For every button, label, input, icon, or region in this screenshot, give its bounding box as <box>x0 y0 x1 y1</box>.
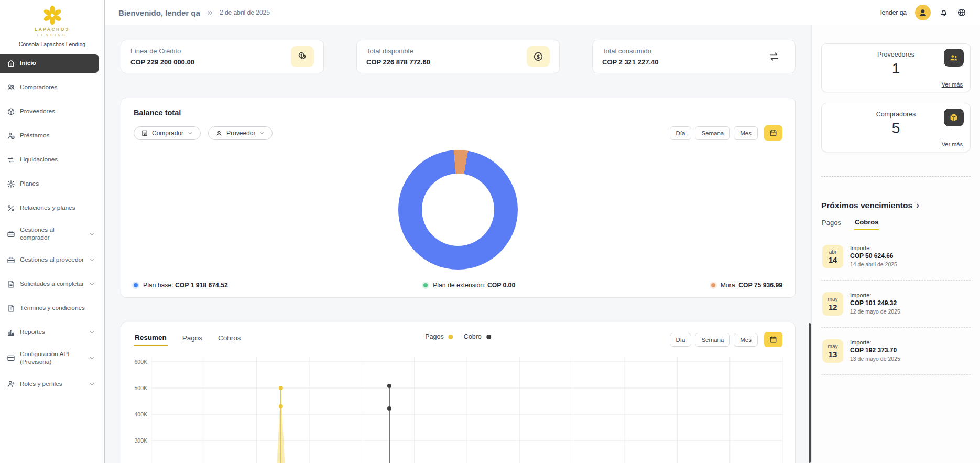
chevron-down-icon <box>259 130 265 136</box>
tab-pagos[interactable]: Pagos <box>181 333 203 346</box>
summary-line-chart: 600K500K400K300K200K100K <box>134 356 787 463</box>
period-semana-button[interactable]: Semana <box>695 333 730 347</box>
sidebar-item-label: Inicio <box>20 59 36 67</box>
right-panel: Proveedores1Ver másCompradores5Ver más P… <box>811 25 980 463</box>
main-area: Línea de CréditoCOP 229 200 000.00Total … <box>105 25 811 463</box>
gear-icon <box>7 180 15 188</box>
period-dia-button[interactable]: Día <box>670 126 692 140</box>
calendar-button[interactable] <box>764 125 782 141</box>
sidebar-item-gestiones-al-comprador[interactable]: Gestiones al comprador <box>0 223 99 245</box>
sidebar-item-terminos-y-condiciones[interactable]: Términos y condiciones <box>0 299 99 318</box>
sidebar-item-proveedores[interactable]: Proveedores <box>0 102 99 121</box>
legend-value: COP 1 918 674.52 <box>175 282 228 289</box>
sidebar-item-label: Proveedores <box>20 107 55 115</box>
importe-label: Importe: <box>850 245 897 251</box>
chevron-down-icon <box>89 329 95 336</box>
sidebar-item-inicio[interactable]: Inicio <box>0 54 99 73</box>
vencimientos-title: Próximos vencimientos <box>821 201 912 210</box>
period-mes-button[interactable]: Mes <box>734 126 758 140</box>
welcome-text: Bienvenido, lender qa <box>118 8 200 17</box>
avatar[interactable] <box>915 5 931 20</box>
vencimientos-list: abr14Importe:COP 50 624.6614 de abril de… <box>821 233 971 375</box>
stat-value: COP 226 878 772.60 <box>366 58 430 66</box>
sidebar-item-solicitudes-a-completar[interactable]: Solicitudes a completar <box>0 275 99 294</box>
sidebar-item-planes[interactable]: Planes <box>0 175 99 193</box>
coins-icon <box>291 46 314 67</box>
legend-value: COP 75 936.99 <box>738 282 782 289</box>
filter-comprador[interactable]: Comprador <box>134 126 201 140</box>
chevron-right-icon[interactable]: › <box>916 200 919 211</box>
sidebar-item-prestamos[interactable]: Préstamos <box>0 126 99 145</box>
vencimientos-tab-pagos[interactable]: Pagos <box>821 218 842 230</box>
transfer-icon <box>763 46 786 67</box>
panel-card-count: 5 <box>829 120 963 137</box>
sidebar-item-reportes[interactable]: Reportes <box>0 323 99 342</box>
sidebar-item-label: Liquidaciones <box>20 156 58 164</box>
series-label: Pagos <box>425 333 443 340</box>
scrollbar-thumb[interactable] <box>809 323 811 463</box>
panel-card-proveedores: Proveedores1Ver más <box>821 43 971 92</box>
sidebar-item-relaciones-y-planes[interactable]: Relaciones y planes <box>0 199 99 218</box>
stat-card-linea-de-credito: Línea de CréditoCOP 229 200 000.00 <box>121 40 324 73</box>
stat-value: COP 2 321 227.40 <box>602 58 658 66</box>
ver-mas-link[interactable]: Ver más <box>942 141 963 147</box>
bell-icon[interactable] <box>939 8 949 17</box>
chevron-down-icon <box>89 381 95 387</box>
sidebar-item-compradores[interactable]: Compradores <box>0 78 99 97</box>
period-semana-button[interactable]: Semana <box>695 126 730 140</box>
sidebar-item-label: Configuración API (Provisoria) <box>20 350 84 367</box>
stats-row: Línea de CréditoCOP 229 200 000.00Total … <box>121 40 796 73</box>
ver-mas-link[interactable]: Ver más <box>942 81 963 88</box>
vencimiento-item[interactable]: may12Importe:COP 101 249.3212 de mayo de… <box>821 281 971 328</box>
sidebar-item-liquidaciones[interactable]: Liquidaciones <box>0 150 99 169</box>
sidebar-item-label: Roles y perfiles <box>20 380 62 388</box>
balance-period-group: DíaSemanaMes <box>670 125 782 141</box>
badge-day: 13 <box>829 350 837 359</box>
badge-month: abr <box>829 249 836 255</box>
box-icon <box>7 107 15 116</box>
briefcase-icon <box>7 256 15 264</box>
legend-dot <box>711 283 715 287</box>
importe-label: Importe: <box>850 339 900 346</box>
stat-text: Línea de CréditoCOP 229 200 000.00 <box>130 47 194 66</box>
vencimiento-item[interactable]: may13Importe:COP 192 373.7013 de mayo de… <box>821 328 971 375</box>
vencimiento-item[interactable]: abr14Importe:COP 50 624.6614 de abril de… <box>821 233 971 281</box>
series-legend-pagos: Pagos <box>425 333 453 340</box>
period-dia-button[interactable]: Día <box>670 333 692 347</box>
venc-info: Importe:COP 101 249.3212 de mayo de 2025 <box>850 292 900 315</box>
chevron-down-icon <box>89 354 95 361</box>
balance-donut-chart <box>398 150 518 270</box>
sidebar-item-roles-y-perfiles[interactable]: Roles y perfiles <box>0 374 99 393</box>
calendar-button[interactable] <box>764 332 782 347</box>
legend-label: Mora: <box>721 282 737 289</box>
importe-amount: COP 192 373.70 <box>850 347 900 354</box>
summary-head: ResumenPagosCobros PagosCobro DíaSemanaM… <box>134 332 782 347</box>
sidebar-item-gestiones-al-proveedor[interactable]: Gestiones al proveedor <box>0 251 99 270</box>
series-dot <box>486 335 491 339</box>
vencimientos-tab-cobros[interactable]: Cobros <box>854 218 879 230</box>
period-mes-button[interactable]: Mes <box>734 333 758 347</box>
panel-card-compradores: Compradores5Ver más <box>821 103 971 152</box>
legend-dot <box>423 283 428 287</box>
console-label: Consola Lapachos Lending <box>0 41 104 47</box>
terms-icon <box>7 304 15 313</box>
person-icon <box>215 130 223 137</box>
stat-title: Total disponible <box>366 47 430 55</box>
filter-label: Proveedor <box>226 130 255 137</box>
venc-info: Importe:COP 192 373.7013 de mayo de 2025 <box>850 339 900 362</box>
date-badge: abr14 <box>822 245 843 268</box>
importe-date: 13 de mayo de 2025 <box>850 356 900 362</box>
tab-cobros[interactable]: Cobros <box>217 333 242 346</box>
sidebar-menu: InicioCompradoresProveedoresPréstamosLiq… <box>0 54 104 399</box>
tab-resumen[interactable]: Resumen <box>134 333 168 346</box>
date-badge: may13 <box>822 339 843 363</box>
donut-hole <box>422 174 494 246</box>
series-label: Cobro <box>464 333 482 340</box>
globe-icon[interactable] <box>957 8 966 17</box>
sidebar-item-configuracion-api-provisoria[interactable]: Configuración API (Provisoria) <box>0 347 99 370</box>
panel-card-title: Compradores <box>829 111 963 118</box>
date-badge: may12 <box>822 292 843 316</box>
filter-proveedor[interactable]: Proveedor <box>208 126 273 140</box>
badge-month: may <box>828 343 838 349</box>
document-icon <box>7 280 15 288</box>
